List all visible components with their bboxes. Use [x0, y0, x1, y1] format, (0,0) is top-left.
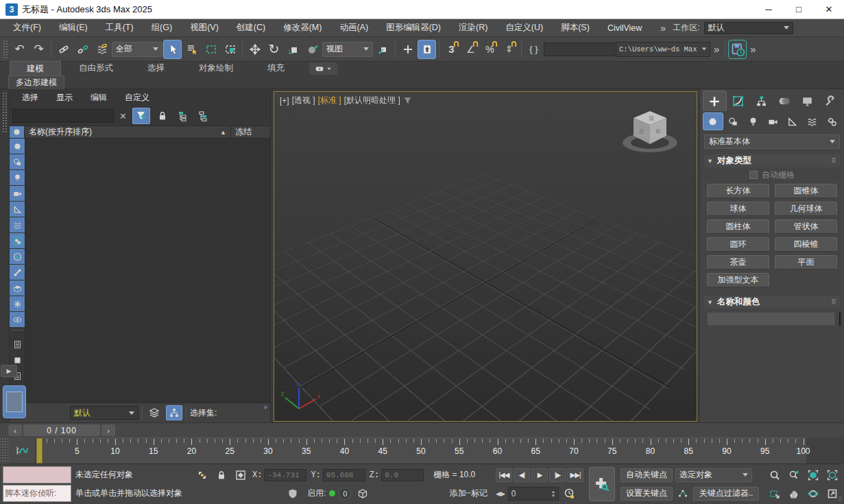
- rectangular-selection-region-button[interactable]: [202, 40, 220, 59]
- panel-tab-hierarchy[interactable]: [750, 91, 773, 111]
- display-geometry-icon[interactable]: [10, 139, 25, 154]
- selection-filter-dropdown[interactable]: 全部: [112, 42, 162, 57]
- hierarchy-view-icon[interactable]: [166, 405, 182, 420]
- menu-item-1[interactable]: 文件(F): [4, 19, 50, 36]
- spinner-snap-toggle[interactable]: ⇕: [500, 40, 518, 59]
- undo-button[interactable]: ↶: [10, 40, 29, 59]
- menu-item-12[interactable]: 脚本(S): [552, 19, 599, 36]
- display-containers-icon[interactable]: [10, 280, 25, 296]
- autosave-button[interactable]: [728, 40, 747, 59]
- menu-item-5[interactable]: 视图(V): [181, 19, 228, 36]
- viewport-layout-tab[interactable]: [3, 385, 26, 418]
- toolbar-grip[interactable]: [3, 40, 8, 59]
- create-category-shapes[interactable]: [724, 112, 743, 130]
- time-slider-handle[interactable]: 0 / 100: [23, 424, 100, 436]
- toolbar-overflow2-icon[interactable]: »: [747, 43, 758, 55]
- select-and-link-icon[interactable]: [54, 40, 73, 59]
- pan-button[interactable]: [785, 485, 803, 502]
- named-set-dropdown[interactable]: 默认: [70, 406, 138, 420]
- viewport-general-menu[interactable]: [+]: [280, 96, 289, 106]
- use-pivot-point-center-button[interactable]: [374, 40, 392, 59]
- select-and-rotate-button[interactable]: ↻: [265, 40, 283, 59]
- maxscript-mini-listener[interactable]: 脚本迷你侦听:: [3, 466, 71, 502]
- zoom-extents-button[interactable]: [804, 466, 822, 483]
- strip-grip[interactable]: [2, 92, 8, 133]
- isolate-selection-icon[interactable]: [195, 468, 210, 482]
- lock-explorer-icon[interactable]: [154, 108, 171, 124]
- create-管状体-button[interactable]: 管状体: [775, 219, 837, 234]
- menu-item-8[interactable]: 动画(A): [330, 19, 377, 36]
- display-xrefs-icon[interactable]: [10, 249, 25, 264]
- name-color-rollout-header[interactable]: ▼名称和颜色⠿: [704, 296, 840, 309]
- menu-overflow-icon[interactable]: »: [660, 23, 666, 34]
- viewport-pov-menu[interactable]: [透视 ]: [292, 95, 315, 106]
- explorer-menu-显示[interactable]: 显示: [56, 92, 73, 104]
- display-hidden-icon[interactable]: [10, 312, 25, 327]
- keyboard-shortcut-override-toggle[interactable]: [418, 40, 436, 59]
- panel-tab-display[interactable]: [796, 91, 819, 111]
- window-resize-grip[interactable]: ⠿: [838, 496, 843, 503]
- select-by-name-button[interactable]: [182, 40, 201, 59]
- ribbon-tab-选择[interactable]: 选择: [131, 61, 181, 76]
- category-dropdown[interactable]: 标准基本体: [704, 134, 840, 149]
- create-圆锥体-button[interactable]: 圆锥体: [775, 184, 837, 198]
- bind-to-spacewarp-icon[interactable]: [93, 40, 111, 59]
- explorer-menu-编辑[interactable]: 编辑: [91, 92, 107, 104]
- redo-button[interactable]: ↷: [29, 40, 48, 59]
- display-particles-icon[interactable]: [10, 296, 25, 311]
- selection-lock-icon[interactable]: [214, 468, 229, 482]
- project-folder-dropdown[interactable]: C:\Users\ww┄ds Max 2025: [616, 42, 710, 57]
- named-selection-sets-button[interactable]: { }: [525, 40, 543, 59]
- key-filters-button[interactable]: 关键点过滤器..: [693, 487, 759, 501]
- maximize-button[interactable]: □: [784, 0, 814, 19]
- explorer-menu-选择[interactable]: 选择: [22, 92, 38, 104]
- panel-tab-modify[interactable]: [727, 91, 750, 111]
- display-spacewarps-icon[interactable]: [10, 217, 25, 232]
- zoom-button[interactable]: [766, 466, 784, 483]
- viewport-render-preset-menu[interactable]: [标准 ]: [318, 95, 341, 106]
- previous-frame-button[interactable]: ‹: [8, 424, 22, 436]
- scene-security-shield-icon[interactable]: [285, 487, 300, 501]
- viewport-shading-menu[interactable]: [默认明暗处理 ]: [344, 95, 400, 106]
- set-keys-button[interactable]: [589, 467, 615, 501]
- select-and-scale-button[interactable]: [284, 40, 302, 59]
- y-coordinate-field[interactable]: 95.688: [323, 469, 365, 481]
- previous-frame-button[interactable]: ◀|: [514, 468, 530, 482]
- create-圆环-button[interactable]: 圆环: [707, 237, 769, 252]
- select-and-manipulate-button[interactable]: [398, 40, 417, 59]
- display-lights-icon[interactable]: [10, 170, 25, 185]
- ribbon-tab-自由形式[interactable]: 自由形式: [62, 61, 130, 76]
- menu-item-3[interactable]: 工具(T): [97, 19, 143, 36]
- adaptive-degradation-icon[interactable]: [355, 487, 370, 501]
- workspace-dropdown[interactable]: 默认: [704, 22, 793, 34]
- trackbar-grip[interactable]: [0, 437, 8, 464]
- create-category-lights[interactable]: [743, 112, 762, 130]
- zoom-region-button[interactable]: [766, 485, 784, 502]
- select-object-button[interactable]: [163, 40, 182, 59]
- menu-item-4[interactable]: 组(G): [143, 19, 182, 36]
- track-bar-ruler[interactable]: 0510152025303540455055606570758085909510…: [36, 437, 806, 464]
- next-frame-button[interactable]: |▶: [549, 468, 566, 482]
- key-filters-icon[interactable]: [675, 487, 690, 501]
- percent-snap-toggle[interactable]: %: [481, 40, 499, 59]
- named-selection-input[interactable]: [544, 43, 615, 56]
- perspective-viewport[interactable]: [+] [透视 ] [标准 ] [默认明暗处理 ]: [274, 91, 697, 422]
- ribbon-tab-填充[interactable]: 填充: [251, 61, 301, 76]
- snaps-toggle-3d[interactable]: 3: [442, 40, 461, 59]
- go-to-end-button[interactable]: ▶▶|: [567, 468, 583, 482]
- column-icon-header[interactable]: [10, 126, 25, 138]
- search-filter-button[interactable]: [132, 108, 150, 124]
- menu-item-9[interactable]: 图形编辑器(D): [377, 19, 450, 36]
- toolbar-overflow-icon[interactable]: »: [711, 43, 722, 55]
- panel-tab-create[interactable]: [703, 91, 727, 111]
- ribbon-tab-对象绘制[interactable]: 对象绘制: [182, 61, 250, 76]
- create-加强型文本-button[interactable]: 加强型文本: [707, 273, 769, 287]
- scene-explorer-search-input[interactable]: [12, 109, 114, 123]
- menu-item-13[interactable]: CivilView: [599, 19, 651, 36]
- time-configuration-icon[interactable]: [562, 487, 577, 501]
- unlink-selection-icon[interactable]: [73, 40, 92, 59]
- reference-coordinate-dropdown[interactable]: 视图: [322, 42, 373, 57]
- absolute-transform-icon[interactable]: [233, 468, 248, 482]
- frame-step-icon[interactable]: ◀▶: [496, 490, 505, 497]
- current-frame-spinner[interactable]: 0 ▲▼: [508, 487, 559, 501]
